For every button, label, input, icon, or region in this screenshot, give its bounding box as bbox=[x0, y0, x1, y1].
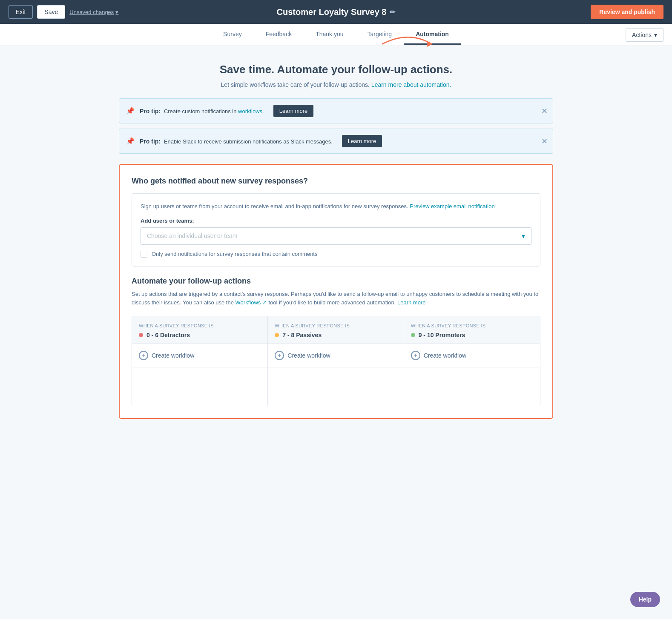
workflows-link-1[interactable]: workflows. bbox=[238, 108, 264, 115]
header-center: Customer Loyalty Survey 8 ✏ bbox=[277, 7, 396, 17]
workflows-link-2[interactable]: Workflows ↗ bbox=[235, 299, 267, 306]
unsaved-changes-button[interactable]: Unsaved changes ▾ bbox=[69, 9, 118, 15]
tab-automation[interactable]: Automation bbox=[404, 25, 461, 45]
workflow-card-header-promoters: When a survey response is 9 - 10 Promote… bbox=[404, 316, 540, 344]
pro-tip-workflows: 📌 Pro tip: Create custom notifications i… bbox=[119, 98, 553, 123]
promoters-dot bbox=[411, 333, 415, 337]
detractors-value: 0 - 6 Detractors bbox=[139, 332, 261, 338]
nav-tabs: Survey Feedback Thank you Targeting Auto… bbox=[0, 24, 672, 46]
extra-card-3 bbox=[404, 367, 540, 406]
pro-tip-slack: 📌 Pro tip: Enable Slack to receive submi… bbox=[119, 129, 553, 154]
learn-more-automate-link[interactable]: Learn more bbox=[397, 299, 425, 306]
close-pro-tip-1-button[interactable]: ✕ bbox=[541, 107, 548, 115]
workflow-card-detractors: When a survey response is 0 - 6 Detracto… bbox=[132, 316, 268, 367]
workflow-card-header-passives: When a survey response is 7 - 8 Passives bbox=[268, 316, 403, 344]
user-team-select[interactable]: Choose an individual user or team ▾ bbox=[141, 227, 531, 245]
create-workflow-passives-button[interactable]: + Create workflow bbox=[275, 351, 330, 360]
save-button[interactable]: Save bbox=[37, 5, 65, 19]
pin-icon-2: 📌 bbox=[126, 137, 135, 145]
pro-tip-label-1: Pro tip: Create custom notifications in … bbox=[140, 108, 264, 115]
pro-tip-label-2: Pro tip: Enable Slack to receive submiss… bbox=[140, 138, 333, 145]
actions-button[interactable]: Actions ▾ bbox=[626, 28, 663, 42]
main-content: Save time. Automate your follow-up actio… bbox=[110, 46, 562, 444]
learn-more-button-1[interactable]: Learn more bbox=[273, 105, 313, 117]
extra-workflow-grid bbox=[132, 367, 540, 406]
notification-description: Sign up users or teams from your account… bbox=[141, 202, 531, 211]
passives-dot bbox=[275, 333, 279, 337]
tab-survey[interactable]: Survey bbox=[211, 25, 254, 45]
passives-value: 7 - 8 Passives bbox=[275, 332, 396, 338]
create-workflow-detractors-button[interactable]: + Create workflow bbox=[139, 351, 194, 360]
header-left: Exit Save Unsaved changes ▾ bbox=[9, 5, 118, 19]
notification-sub-box: Sign up users or teams from your account… bbox=[132, 193, 540, 267]
chevron-down-icon: ▾ bbox=[115, 9, 118, 15]
create-workflow-promoters-button[interactable]: + Create workflow bbox=[411, 351, 466, 360]
exit-button[interactable]: Exit bbox=[9, 5, 33, 19]
pin-icon: 📌 bbox=[126, 107, 135, 115]
notification-section-title: Who gets notified about new survey respo… bbox=[132, 177, 540, 186]
workflow-card-passives: When a survey response is 7 - 8 Passives… bbox=[268, 316, 404, 367]
tab-targeting[interactable]: Targeting bbox=[356, 25, 404, 45]
close-pro-tip-2-button[interactable]: ✕ bbox=[541, 138, 548, 145]
workflow-card-body-detractors: + Create workflow bbox=[132, 344, 267, 367]
workflow-card-promoters: When a survey response is 9 - 10 Promote… bbox=[404, 316, 540, 367]
plus-circle-icon-2: + bbox=[275, 351, 284, 360]
nav-tabs-inner: Survey Feedback Thank you Targeting Auto… bbox=[211, 25, 461, 45]
review-publish-button[interactable]: Review and publish bbox=[591, 5, 663, 19]
chevron-down-icon: ▾ bbox=[522, 232, 525, 240]
extra-card-1 bbox=[132, 367, 268, 406]
workflow-card-header-detractors: When a survey response is 0 - 6 Detracto… bbox=[132, 316, 267, 344]
page-title: Save time. Automate your follow-up actio… bbox=[119, 63, 553, 76]
automate-description: Set up actions that are triggered by a c… bbox=[132, 290, 540, 308]
extra-card-2 bbox=[268, 367, 404, 406]
workflow-grid: When a survey response is 0 - 6 Detracto… bbox=[132, 316, 540, 367]
add-users-label: Add users or teams: bbox=[141, 218, 531, 224]
comments-only-checkbox[interactable] bbox=[141, 251, 147, 258]
promoters-value: 9 - 10 Promoters bbox=[411, 332, 533, 338]
header-right: Review and publish bbox=[591, 5, 663, 19]
edit-icon[interactable]: ✏ bbox=[390, 8, 395, 16]
workflow-card-body-passives: + Create workflow bbox=[268, 344, 403, 367]
comments-only-checkbox-row: Only send notifications for survey respo… bbox=[141, 251, 531, 258]
learn-more-button-2[interactable]: Learn more bbox=[342, 135, 382, 147]
workflow-card-body-promoters: + Create workflow bbox=[404, 344, 540, 367]
learn-more-automation-link[interactable]: Learn more about automation. bbox=[371, 81, 451, 88]
plus-circle-icon: + bbox=[139, 351, 148, 360]
preview-email-link[interactable]: Preview example email notification bbox=[410, 203, 494, 209]
header: Exit Save Unsaved changes ▾ Customer Loy… bbox=[0, 0, 672, 24]
tab-thank-you[interactable]: Thank you bbox=[304, 25, 355, 45]
main-section-box: Who gets notified about new survey respo… bbox=[119, 164, 553, 419]
automate-section-title: Automate your follow-up actions bbox=[132, 277, 540, 286]
detractors-dot bbox=[139, 333, 143, 337]
chevron-down-icon: ▾ bbox=[654, 32, 657, 38]
page-subtitle: Let simple workflows take care of your f… bbox=[119, 81, 553, 88]
plus-circle-icon-3: + bbox=[411, 351, 420, 360]
tab-feedback[interactable]: Feedback bbox=[254, 25, 304, 45]
survey-title: Customer Loyalty Survey 8 ✏ bbox=[277, 7, 396, 17]
